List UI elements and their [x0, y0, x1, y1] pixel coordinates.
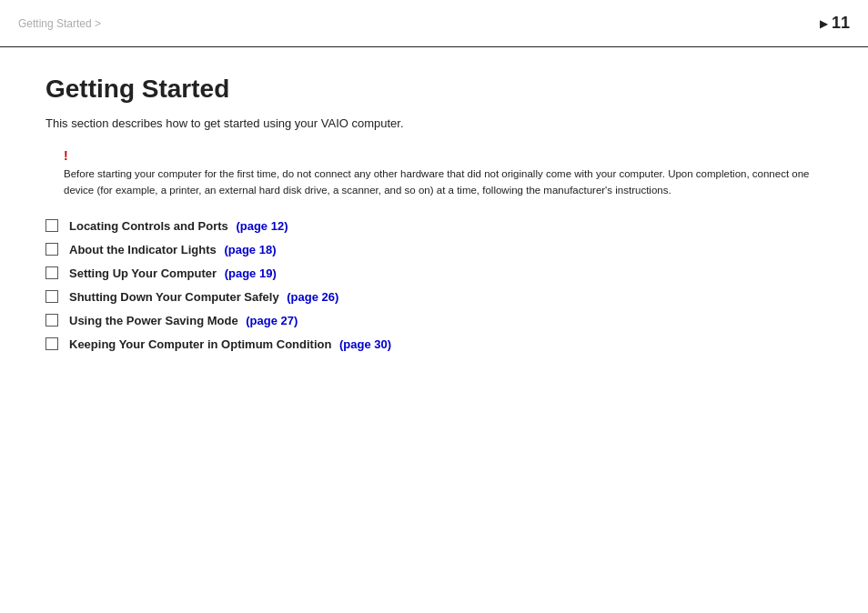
toc-label: Keeping Your Computer in Optimum Conditi… [69, 337, 391, 351]
page-number-area: ▶ 11 [820, 14, 850, 33]
toc-link[interactable]: (page 27) [246, 314, 298, 327]
page-header: Getting Started > ▶ 11 [0, 0, 868, 47]
arrow-icon: ▶ [820, 17, 828, 30]
toc-label: Shutting Down Your Computer Safely (page… [69, 290, 338, 304]
toc-checkbox [45, 337, 58, 350]
warning-text: Before starting your computer for the fi… [64, 166, 823, 199]
toc-item: Shutting Down Your Computer Safely (page… [45, 290, 823, 304]
toc-link[interactable]: (page 18) [224, 243, 276, 256]
toc-item: Setting Up Your Computer (page 19) [45, 266, 823, 280]
toc-item: Keeping Your Computer in Optimum Conditi… [45, 337, 823, 351]
page-number: 11 [832, 14, 850, 33]
subtitle: This section describes how to get starte… [45, 116, 823, 130]
toc-link[interactable]: (page 12) [236, 219, 288, 233]
toc-label: Locating Controls and Ports (page 12) [69, 219, 288, 233]
breadcrumb: Getting Started > [18, 17, 101, 30]
toc-link[interactable]: (page 30) [339, 337, 391, 351]
toc-checkbox [45, 290, 58, 303]
toc-item: About the Indicator Lights (page 18) [45, 243, 823, 256]
toc-link[interactable]: (page 19) [225, 266, 277, 280]
toc-label: Using the Power Saving Mode (page 27) [69, 314, 298, 327]
toc-list: Locating Controls and Ports (page 12)Abo… [45, 219, 823, 351]
toc-item: Using the Power Saving Mode (page 27) [45, 314, 823, 327]
warning-icon: ! [64, 148, 823, 163]
page-title: Getting Started [45, 75, 823, 104]
toc-link[interactable]: (page 26) [287, 290, 338, 304]
toc-checkbox [45, 219, 58, 232]
warning-box: ! Before starting your computer for the … [45, 148, 823, 199]
toc-item: Locating Controls and Ports (page 12) [45, 219, 823, 233]
toc-label: Setting Up Your Computer (page 19) [69, 266, 277, 280]
main-content: Getting Started This section describes h… [0, 47, 868, 388]
toc-checkbox [45, 314, 58, 327]
toc-label: About the Indicator Lights (page 18) [69, 243, 276, 256]
toc-checkbox [45, 243, 58, 256]
toc-checkbox [45, 266, 58, 279]
